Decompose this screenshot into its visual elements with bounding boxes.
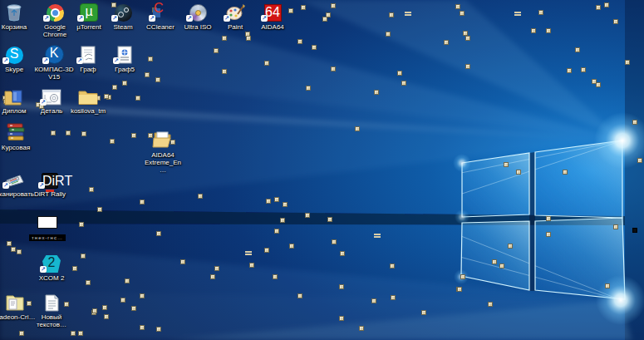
shortcut-arrow-icon: ↗ [77,15,84,22]
shortcut-arrow-icon: ↗ [2,182,9,189]
folder-icon [78,89,98,106]
icon-label: текстов… [30,321,73,328]
shortcut-arrow-icon: ↗ [149,15,155,22]
desktop-icon-skype[interactable]: S↗Skype [0,42,36,73]
desktop-icon-xcom-2[interactable]: 2↗XCOM 2 [30,251,73,282]
radeon-folder-icon [5,294,25,312]
desktop-icon-kursovaya[interactable]: Курсовая [0,121,37,151]
desktop-icon-dirt-rally[interactable]: DiRT↗DiRT Rally [28,167,71,198]
shortcut-arrow-icon: ↗ [38,182,45,189]
icon-label: Новый [30,313,73,321]
icon-label: AIDA64 [251,23,294,31]
desktop-icon-graf5[interactable]: ↗Граф5 [103,42,146,73]
icon-label: Корзина [0,23,36,31]
desktop-icon-kosilova-tm[interactable]: kosilova_tm [66,84,110,115]
icon-label: тнех-гнс… [32,234,63,241]
shortcut-arrow-icon: ↗ [40,99,47,106]
shortcut-arrow-icon: ↗ [186,15,193,22]
desktop-icons-layer: Корзина↗GoogleChromeµ↗µTorrent↗SteamC↗CC… [0,0,644,340]
windows-desktop: Корзина↗GoogleChromeµ↗µTorrent↗SteamC↗CC… [0,0,644,340]
shortcut-arrow-icon: ↗ [43,15,50,22]
winrar-books-icon [6,122,26,142]
shortcut-arrow-icon: ↗ [113,57,120,64]
icon-label: Граф5 [103,66,146,73]
icon-label: Chrome [33,31,76,38]
recycle-bin-icon [5,2,23,22]
shortcut-arrow-icon: ↗ [261,15,268,22]
desktop-icon-aida64-extreme-folder[interactable]: AIDA64Extreme_En… [141,128,184,174]
icon-label: Курсовая [0,144,37,151]
text-document-icon [45,294,59,312]
desktop-icon-aida64[interactable]: 64↗AIDA64 [251,0,294,31]
icon-label: AIDA64 [141,151,184,159]
desktop-icon-novy-tekstov[interactable]: Новыйтекстов… [30,290,73,328]
icon-label: XCOM 2 [30,274,73,282]
icon-label: kosilova_tm [66,107,110,115]
desktop-icon-glitched-file[interactable]: тнех-гнс… [26,206,69,243]
icon-label: V15 [32,73,76,81]
shortcut-arrow-icon: ↗ [224,15,230,22]
diplom-folder-icon [4,88,24,106]
shortcut-arrow-icon: ↗ [76,57,83,64]
glitched-file-icon [38,217,57,228]
desktop-icon-recycle-bin[interactable]: Корзина [0,0,36,31]
shortcut-arrow-icon: ↗ [42,57,49,64]
shortcut-arrow-icon: ↗ [2,57,9,64]
shortcut-arrow-icon: ↗ [111,15,118,22]
icon-label: Skype [0,66,36,73]
shortcut-arrow-icon: ↗ [40,266,47,273]
open-folder-icon [152,130,174,150]
icon-label: Extreme_En… [141,159,184,174]
